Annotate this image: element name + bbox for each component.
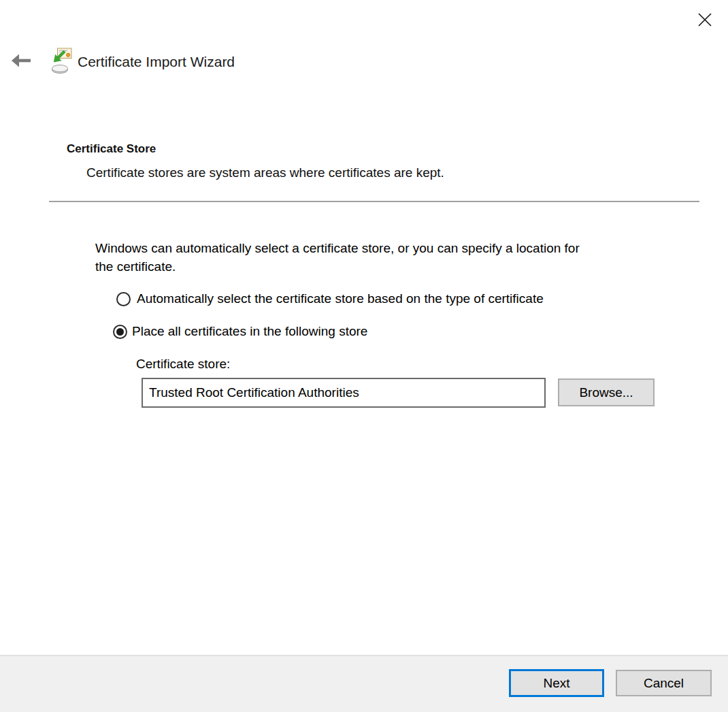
wizard-title: Certificate Import Wizard bbox=[78, 53, 235, 71]
radio-button-selected-icon bbox=[113, 325, 127, 339]
section-heading: Certificate Store bbox=[67, 142, 156, 156]
section-description: Certificate stores are system areas wher… bbox=[86, 165, 444, 180]
browse-button[interactable]: Browse... bbox=[558, 378, 655, 406]
certificate-import-wizard-dialog: { "window": { "close_icon": "close-icon … bbox=[0, 0, 728, 712]
next-button[interactable]: Next bbox=[509, 669, 604, 697]
close-button[interactable] bbox=[690, 7, 720, 34]
back-arrow-icon bbox=[11, 53, 31, 70]
certificate-import-icon bbox=[52, 48, 72, 78]
radio-option-place-all-label: Place all certificates in the following … bbox=[132, 324, 367, 339]
section-divider bbox=[49, 201, 699, 202]
radio-option-automatic-label: Automatically select the certificate sto… bbox=[137, 291, 544, 306]
back-button[interactable] bbox=[8, 50, 34, 72]
intro-line-1: Windows can automatically select a certi… bbox=[95, 239, 580, 257]
intro-line-2: the certificate. bbox=[95, 257, 580, 276]
radio-option-automatic[interactable]: Automatically select the certificate sto… bbox=[116, 291, 544, 306]
cancel-button[interactable]: Cancel bbox=[616, 670, 712, 696]
radio-option-place-all[interactable]: Place all certificates in the following … bbox=[113, 324, 367, 339]
close-icon bbox=[697, 12, 712, 29]
radio-button-icon bbox=[116, 292, 131, 306]
certificate-store-input[interactable] bbox=[142, 378, 546, 408]
certificate-store-label: Certificate store: bbox=[136, 357, 230, 372]
intro-paragraph: Windows can automatically select a certi… bbox=[95, 239, 580, 276]
